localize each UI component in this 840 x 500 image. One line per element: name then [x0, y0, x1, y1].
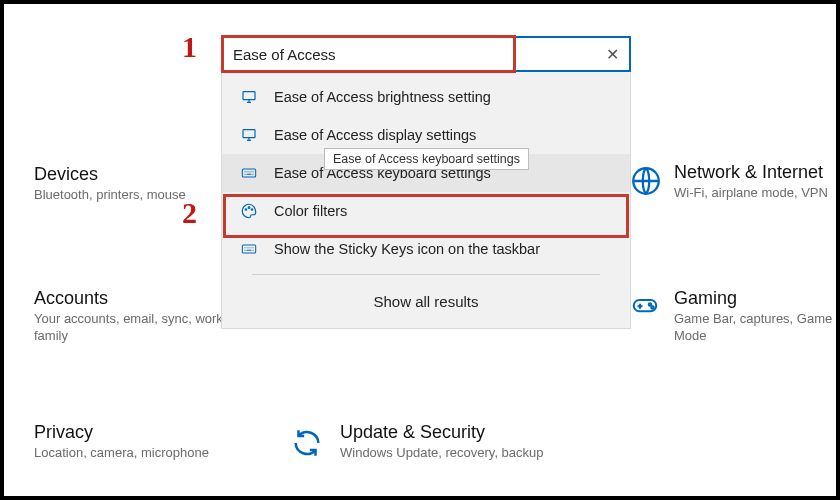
search-results: Ease of Access brightness settingEase of… [221, 72, 631, 329]
keyboard-icon [238, 164, 260, 182]
tile-title: Gaming [674, 288, 836, 309]
svg-point-8 [248, 207, 250, 209]
tile-title: Update & Security [340, 422, 544, 443]
svg-rect-6 [242, 169, 255, 177]
svg-point-7 [245, 209, 247, 211]
tile-subtitle: Bluetooth, printers, mouse [34, 187, 186, 204]
search-container: ✕ Ease of Access brightness settingEase … [221, 36, 631, 329]
svg-rect-10 [242, 245, 255, 253]
monitor-icon [238, 88, 260, 106]
annotation-number-1: 1 [182, 30, 197, 64]
search-result-item[interactable]: Ease of Access keyboard settingsEase of … [222, 154, 630, 192]
show-all-results[interactable]: Show all results [222, 281, 630, 324]
svg-point-3 [651, 306, 654, 309]
svg-rect-4 [243, 92, 255, 100]
tile-accounts[interactable]: Accounts Your accounts, email, sync, wor… [34, 288, 234, 345]
results-divider [252, 274, 600, 275]
svg-rect-5 [243, 130, 255, 138]
search-box[interactable]: ✕ [221, 36, 631, 72]
tile-update[interactable]: Update & Security Windows Update, recove… [340, 422, 544, 462]
tile-privacy[interactable]: Privacy Location, camera, microphone [34, 422, 209, 462]
tile-subtitle: Wi-Fi, airplane mode, VPN [674, 185, 828, 202]
tile-title: Privacy [34, 422, 209, 443]
svg-point-9 [251, 209, 253, 211]
gamepad-icon [626, 290, 660, 324]
close-icon: ✕ [606, 45, 619, 64]
monitor-icon [238, 126, 260, 144]
tile-title: Devices [34, 164, 186, 185]
search-input[interactable] [223, 46, 595, 63]
search-result-label: Color filters [274, 203, 347, 219]
search-result-item[interactable]: Color filters [222, 192, 630, 230]
tile-subtitle: Your accounts, email, sync, work, family [34, 311, 234, 345]
search-result-label: Ease of Access keyboard settings [274, 165, 491, 181]
tile-title: Network & Internet [674, 162, 828, 183]
tile-title: Accounts [34, 288, 234, 309]
sync-icon [290, 426, 324, 460]
tile-devices[interactable]: Devices Bluetooth, printers, mouse [34, 164, 186, 204]
search-result-label: Ease of Access display settings [274, 127, 476, 143]
palette-icon [238, 202, 260, 220]
tile-network[interactable]: Network & Internet Wi-Fi, airplane mode,… [674, 162, 828, 202]
clear-search-button[interactable]: ✕ [595, 38, 629, 70]
globe-icon [629, 164, 663, 198]
search-result-item[interactable]: Show the Sticky Keys icon on the taskbar [222, 230, 630, 268]
svg-point-2 [649, 303, 652, 306]
keyboard-icon [238, 240, 260, 258]
annotation-number-2: 2 [182, 196, 197, 230]
tile-subtitle: Location, camera, microphone [34, 445, 209, 462]
tile-gaming[interactable]: Gaming Game Bar, captures, Game Mode [674, 288, 836, 345]
search-result-item[interactable]: Ease of Access brightness setting [222, 78, 630, 116]
search-result-label: Show the Sticky Keys icon on the taskbar [274, 241, 540, 257]
tile-subtitle: Windows Update, recovery, backup [340, 445, 544, 462]
search-result-label: Ease of Access brightness setting [274, 89, 491, 105]
search-result-item[interactable]: Ease of Access display settings [222, 116, 630, 154]
tile-subtitle: Game Bar, captures, Game Mode [674, 311, 836, 345]
settings-window: { "search": { "value": "Ease of Access",… [0, 0, 840, 500]
